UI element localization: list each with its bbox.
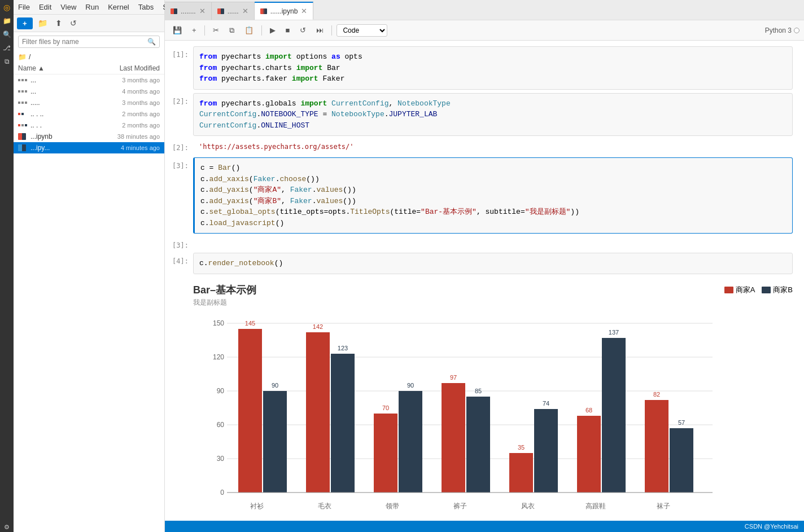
bar-group-0: 145 90 衬衫 bbox=[238, 320, 287, 510]
menu-file[interactable]: File bbox=[14, 2, 34, 12]
fast-forward-button[interactable]: ⏭ bbox=[313, 25, 327, 36]
current-path[interactable]: / bbox=[29, 53, 30, 61]
file-icon bbox=[18, 99, 28, 107]
svg-text:30: 30 bbox=[217, 455, 225, 463]
svg-text:衬衫: 衬衫 bbox=[250, 502, 264, 510]
cell-body-3[interactable]: c = Bar() c.add_xaxis(Faker.choose()) c.… bbox=[193, 157, 793, 234]
list-item[interactable]: .. . . 2 months ago bbox=[14, 120, 164, 131]
cell-number-3-out: [3]: bbox=[165, 237, 193, 249]
tab-1[interactable]: ...... ✕ bbox=[212, 2, 255, 20]
svg-rect-14 bbox=[263, 391, 287, 493]
save-button[interactable]: 💾 bbox=[169, 25, 185, 36]
cell-number-2-out: [2]: bbox=[165, 139, 193, 154]
tab-label: ........ bbox=[181, 7, 196, 15]
bar-chart: 0 30 60 90 120 150 bbox=[193, 312, 729, 515]
svg-text:袜子: 袜子 bbox=[657, 502, 670, 510]
cell-3: [3]: c = Bar() c.add_xaxis(Faker.choose(… bbox=[165, 157, 804, 234]
chart-title-area: Bar–基本示例 商家A 商家B bbox=[193, 283, 793, 297]
status-right-text: CSDN @Yehchitsai bbox=[745, 523, 798, 530]
search-input[interactable] bbox=[22, 38, 147, 46]
cell-body-3-out bbox=[193, 237, 793, 249]
file-icon bbox=[18, 133, 28, 140]
menu-view[interactable]: View bbox=[56, 2, 81, 12]
kernel-indicator: Python 3 bbox=[765, 27, 799, 34]
cell-input-3[interactable]: c = Bar() c.add_xaxis(Faker.choose()) c.… bbox=[193, 157, 793, 234]
svg-text:68: 68 bbox=[585, 407, 592, 414]
cell-input-1[interactable]: from pyecharts import options as opts fr… bbox=[193, 46, 793, 90]
svg-rect-32 bbox=[509, 453, 533, 493]
list-item[interactable]: ..... 3 months ago bbox=[14, 97, 164, 108]
activity-extensions[interactable]: ⧉ bbox=[2, 56, 12, 67]
svg-rect-19 bbox=[331, 354, 355, 493]
tab-close-icon[interactable]: ✕ bbox=[242, 7, 248, 15]
svg-text:风衣: 风衣 bbox=[521, 502, 535, 510]
cell-number-2: [2]: bbox=[165, 93, 193, 137]
run-button[interactable]: ▶ bbox=[266, 25, 279, 36]
refresh-button[interactable]: ↺ bbox=[67, 17, 80, 29]
kernel-name: Python 3 bbox=[765, 27, 792, 34]
activity-git[interactable]: ⎇ bbox=[2, 43, 12, 53]
toolbar-separator bbox=[204, 25, 205, 36]
tab-2[interactable]: ......ipynb ✕ bbox=[255, 2, 314, 20]
upload-button[interactable]: ⬆ bbox=[53, 17, 65, 29]
activity-logo: ◎ bbox=[2, 2, 12, 12]
cell-input-2[interactable]: from pyecharts.globals import CurrentCon… bbox=[193, 93, 793, 137]
cell-3-output: [3]: bbox=[165, 237, 804, 249]
cell-input-4[interactable]: c.render_notebook() bbox=[193, 253, 793, 274]
svg-rect-39 bbox=[602, 338, 626, 493]
activity-settings[interactable]: ⚙ bbox=[2, 522, 12, 532]
paste-button[interactable]: 📋 bbox=[241, 25, 257, 36]
list-item[interactable]: ... 4 months ago bbox=[14, 86, 164, 97]
svg-text:高跟鞋: 高跟鞋 bbox=[585, 502, 606, 510]
svg-rect-22 bbox=[374, 414, 397, 493]
restart-button[interactable]: ↺ bbox=[296, 25, 309, 36]
chart-subtitle: 我是副标题 bbox=[193, 298, 793, 307]
file-list-header: Name ▲ Last Modified bbox=[14, 63, 164, 74]
stop-button[interactable]: ■ bbox=[282, 25, 294, 36]
tab-close-icon[interactable]: ✕ bbox=[301, 7, 307, 15]
legend-label-b: 商家B bbox=[773, 285, 793, 295]
new-launcher-button[interactable]: + bbox=[17, 17, 33, 29]
cell-type-select[interactable]: Code Markdown Raw bbox=[337, 24, 387, 37]
col-name-header[interactable]: Name ▲ bbox=[18, 64, 98, 72]
cell-body-1[interactable]: from pyecharts import options as opts fr… bbox=[193, 46, 793, 90]
legend-b: 商家B bbox=[762, 285, 793, 295]
svg-rect-37 bbox=[577, 416, 601, 493]
activity-files[interactable]: 📁 bbox=[2, 16, 12, 26]
add-cell-button[interactable]: + bbox=[189, 25, 200, 36]
list-item[interactable]: ... 3 months ago bbox=[14, 74, 164, 86]
file-list: ... 3 months ago ... 4 months ago ..... … bbox=[14, 74, 164, 532]
chart-legend: 商家A 商家B bbox=[724, 285, 793, 295]
cell-body-2[interactable]: from pyecharts.globals import CurrentCon… bbox=[193, 93, 793, 137]
svg-text:97: 97 bbox=[450, 374, 457, 381]
list-item[interactable]: .. . .. 2 months ago bbox=[14, 108, 164, 120]
menu-edit[interactable]: Edit bbox=[34, 2, 56, 12]
list-item[interactable]: ...ipy... 4 minutes ago bbox=[14, 142, 164, 153]
list-item[interactable]: ...ipynb 38 minutes ago bbox=[14, 131, 164, 142]
menu-tabs[interactable]: Tabs bbox=[134, 2, 158, 12]
legend-color-a bbox=[724, 287, 733, 293]
copy-button[interactable]: ⧉ bbox=[226, 25, 238, 36]
new-folder-button[interactable]: 📁 bbox=[35, 17, 50, 29]
cell-output-3 bbox=[193, 237, 793, 244]
cell-1: [1]: from pyecharts import options as op… bbox=[165, 46, 804, 90]
cut-button[interactable]: ✂ bbox=[209, 25, 222, 36]
menu-run[interactable]: Run bbox=[81, 2, 103, 12]
tab-label: ......ipynb bbox=[270, 7, 298, 15]
file-name: ... bbox=[30, 87, 103, 95]
tab-0[interactable]: ........ ✕ bbox=[165, 2, 212, 20]
file-time: 4 months ago bbox=[103, 88, 160, 95]
tab-close-icon[interactable]: ✕ bbox=[199, 7, 206, 15]
cell-2-output: [2]: 'https://assets.pyecharts.org/asset… bbox=[165, 139, 804, 154]
menu-kernel[interactable]: Kernel bbox=[103, 2, 134, 12]
file-name: ...ipynb bbox=[30, 133, 103, 140]
activity-search[interactable]: 🔍 bbox=[2, 29, 12, 39]
cell-body-4[interactable]: c.render_notebook() bbox=[193, 253, 793, 274]
bar-group-2: 70 90 领带 bbox=[374, 382, 422, 510]
kernel-status-icon bbox=[794, 28, 799, 33]
file-panel: File Edit View Run Kernel Tabs Settings … bbox=[14, 0, 165, 532]
svg-rect-42 bbox=[645, 400, 668, 493]
col-modified-header[interactable]: Last Modified bbox=[98, 64, 160, 72]
legend-label-a: 商家A bbox=[736, 285, 755, 295]
svg-text:74: 74 bbox=[543, 400, 549, 407]
